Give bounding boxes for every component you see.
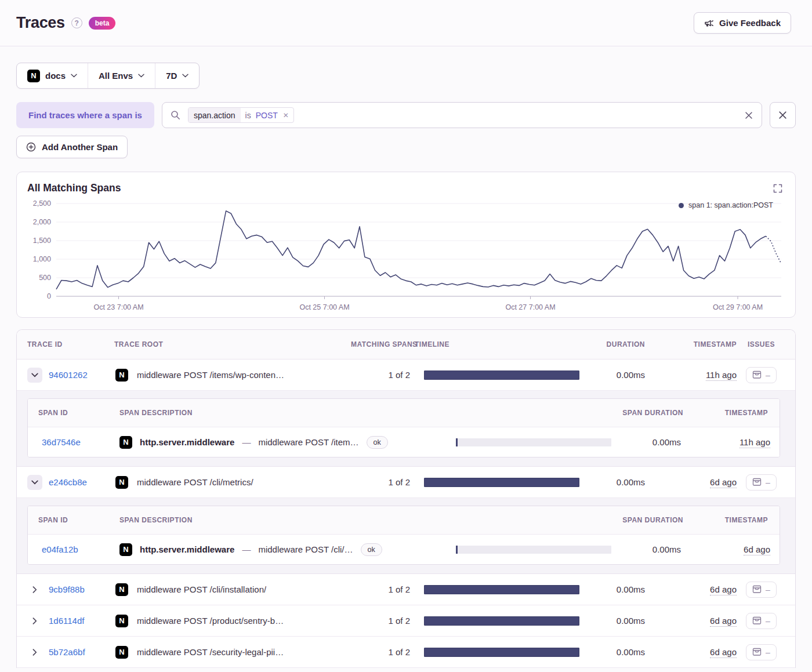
span-timeline-bar: [456, 546, 611, 554]
issues-count-dash: –: [766, 370, 770, 380]
separator: —: [242, 544, 251, 554]
token-key[interactable]: span.action: [188, 108, 241, 122]
span-id-link[interactable]: e04fa12b: [42, 544, 78, 554]
chevron-down-icon: [71, 74, 77, 78]
trace-id-link[interactable]: 5b72a6bf: [49, 647, 85, 657]
chart-title: All Matching Spans: [27, 182, 786, 194]
trace-root-label: middleware POST /security-legal-pii…: [137, 647, 284, 657]
environment-filter-dropdown[interactable]: All Envs: [88, 63, 155, 88]
issues-box-icon: [752, 585, 762, 594]
chevron-down-icon: [138, 74, 144, 78]
trace-issues-button[interactable]: –: [746, 582, 777, 598]
chevron-right-icon: [32, 586, 37, 593]
add-another-span-button[interactable]: Add Another Span: [16, 136, 128, 158]
nextjs-platform-icon: N: [115, 615, 128, 627]
expand-trace-button[interactable]: [27, 613, 42, 629]
trace-row: 1d6114df N middleware POST /product/sent…: [17, 605, 795, 637]
trace-timestamp: 6d ago: [710, 647, 737, 658]
span-column-header: TIMESTAMP: [686, 516, 770, 524]
svg-text:2,500: 2,500: [33, 199, 51, 208]
trace-timestamp: 6d ago: [710, 477, 737, 488]
span-column-header: SPAN DURATION: [621, 409, 686, 417]
legend-label: span 1: span.action:POST: [688, 201, 773, 209]
span-table-header: SPAN IDSPAN DESCRIPTIONSPAN DURATIONTIME…: [28, 399, 780, 427]
trace-root-label: middleware POST /items/wp-conten…: [137, 370, 284, 380]
matching-spans-count: 1 of 2: [351, 370, 415, 380]
matching-spans-count: 1 of 2: [351, 647, 415, 657]
help-icon[interactable]: ?: [71, 17, 82, 28]
span-timestamp: 6d ago: [744, 544, 770, 555]
trace-duration: 0.00ms: [589, 647, 650, 657]
trace-issues-button[interactable]: –: [746, 613, 777, 629]
span-operation: http.server.middleware: [140, 544, 234, 554]
column-header: MATCHING SPANS: [351, 340, 415, 348]
trace-timeline-bar: [424, 616, 579, 626]
trace-id-link[interactable]: 94601262: [49, 370, 88, 380]
trace-timeline-bar: [424, 648, 579, 657]
trace-issues-button[interactable]: –: [746, 367, 777, 383]
trace-root-label: middleware POST /cli/metrics/: [137, 477, 253, 487]
project-filter-label: docs: [45, 71, 66, 81]
collapse-trace-button[interactable]: [27, 368, 42, 383]
span-column-header: SPAN ID: [38, 409, 119, 417]
span-timestamp: 11h ago: [740, 437, 770, 448]
trace-duration: 0.00ms: [589, 477, 650, 487]
traces-table: TRACE IDTRACE ROOTMATCHING SPANSTIMELINE…: [16, 329, 796, 668]
span-id-link[interactable]: 36d7546e: [42, 437, 81, 447]
remove-token-icon[interactable]: ✕: [281, 111, 293, 119]
svg-text:2,000: 2,000: [33, 218, 51, 226]
column-header: TRACE ID: [27, 340, 114, 348]
expand-trace-button[interactable]: [27, 582, 42, 597]
nextjs-platform-icon: N: [115, 583, 128, 596]
span-row: e04fa12b N http.server.middleware — midd…: [28, 535, 780, 564]
nextjs-platform-icon: N: [115, 476, 128, 489]
project-filter-dropdown[interactable]: N docs: [17, 63, 88, 88]
collapse-trace-button[interactable]: [27, 475, 42, 490]
column-header: TIMELINE: [415, 340, 589, 348]
nextjs-platform-icon: N: [115, 646, 128, 659]
give-feedback-button[interactable]: Give Feedback: [694, 12, 791, 34]
span-search-input[interactable]: span.action is POST ✕: [162, 102, 762, 128]
span-table-header: SPAN IDSPAN DESCRIPTIONSPAN DURATIONTIME…: [28, 506, 780, 535]
column-header: TIMESTAMP: [650, 340, 737, 348]
span-column-header: SPAN ID: [38, 516, 119, 524]
chevron-down-icon: [182, 74, 188, 78]
all-matching-spans-panel: All Matching Spans span 1: span.action:P…: [16, 172, 796, 318]
trace-timeline-bar: [424, 370, 579, 380]
svg-text:Oct 25 7:00 AM: Oct 25 7:00 AM: [299, 303, 349, 311]
expanded-span-panel: SPAN IDSPAN DESCRIPTIONSPAN DURATIONTIME…: [17, 498, 795, 574]
trace-root-label: middleware POST /cli/installation/: [137, 584, 266, 594]
trace-row: 5b72a6bf N middleware POST /security-leg…: [17, 637, 795, 668]
beta-badge: beta: [89, 17, 116, 30]
trace-table-header: TRACE IDTRACE ROOTMATCHING SPANSTIMELINE…: [17, 330, 795, 359]
clear-search-icon[interactable]: [744, 111, 753, 120]
column-header: ISSUES: [737, 340, 786, 348]
remove-span-filter-button[interactable]: [770, 102, 796, 128]
trace-issues-button[interactable]: –: [746, 474, 777, 491]
add-another-span-label: Add Another Span: [42, 142, 118, 152]
span-duration: 0.00ms: [621, 544, 686, 554]
span-status-badge: ok: [367, 436, 388, 449]
issues-box-icon: [752, 478, 762, 486]
token-value[interactable]: POST: [256, 111, 281, 120]
nextjs-platform-icon: N: [115, 369, 128, 382]
trace-id-link[interactable]: 9cb9f88b: [49, 584, 85, 594]
date-range-dropdown[interactable]: 7D: [155, 63, 199, 88]
trace-issues-button[interactable]: –: [746, 644, 777, 660]
chart-legend-item[interactable]: span 1: span.action:POST: [679, 201, 773, 209]
trace-id-link[interactable]: e246cb8e: [49, 477, 87, 487]
matching-spans-count: 1 of 2: [351, 584, 415, 594]
date-range-label: 7D: [166, 71, 177, 81]
page-title: Traces: [16, 14, 65, 32]
span-column-header: TIMESTAMP: [686, 409, 770, 417]
issues-count-dash: –: [766, 616, 770, 626]
span-timeline-bar: [456, 438, 611, 446]
token-operator[interactable]: is: [241, 111, 256, 120]
expand-trace-button[interactable]: [27, 645, 42, 660]
issues-count-dash: –: [766, 478, 770, 487]
span-column-header: SPAN DURATION: [621, 516, 686, 524]
expand-chart-button[interactable]: [771, 181, 785, 195]
trace-id-link[interactable]: 1d6114df: [49, 616, 84, 626]
traces-page: N docs All Envs 7D Find traces where a s…: [0, 46, 812, 672]
chevron-right-icon: [32, 617, 37, 624]
